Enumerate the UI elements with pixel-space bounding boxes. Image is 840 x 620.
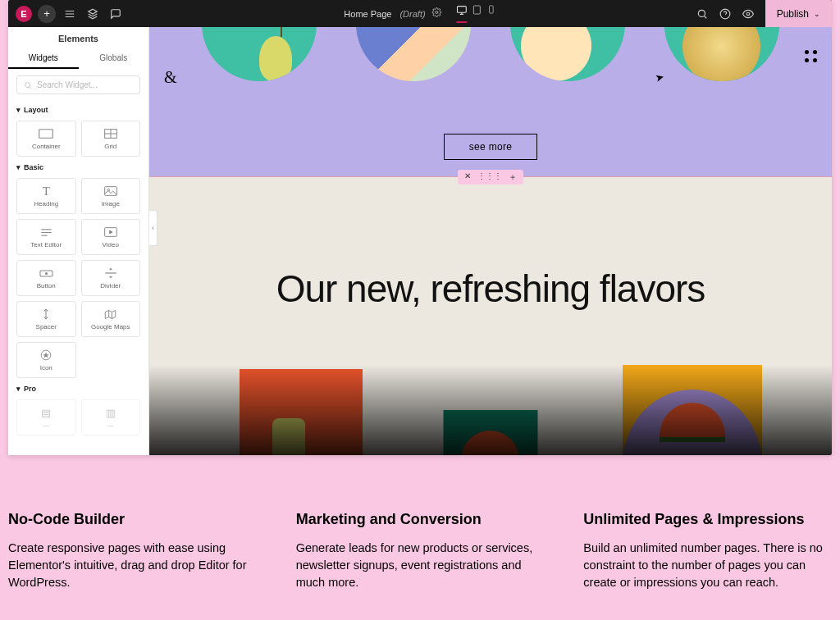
section-layout-header[interactable]: ▾ Layout [16,103,140,117]
widget-text-editor[interactable]: Text Editor [16,219,76,255]
panel-title: Elements [8,27,148,48]
panel-tabs: Widgets Globals [8,48,148,69]
fruit-image-3 [510,27,625,81]
see-more-button[interactable]: see more [444,134,537,160]
finder-search-icon[interactable] [692,3,713,25]
editor-screenshot: E + Home Page (Draft) [8,0,832,455]
search-placeholder: Search Widget... [37,80,98,89]
section-pro: ▾ Pro ▤— ▥— [8,380,148,437]
device-mobile-icon[interactable] [487,5,496,23]
search-icon [24,81,32,89]
feature-body: Generate leads for new products or servi… [296,540,545,591]
google-maps-icon [104,308,116,321]
star-icon [40,349,52,362]
svg-rect-15 [104,187,116,196]
headline-section[interactable]: Our new, refreshing flavors [149,176,832,455]
widget-google-maps[interactable]: Google Maps [81,301,141,337]
svg-rect-11 [39,130,53,139]
settings-stack-icon[interactable] [82,3,103,25]
add-widget-button[interactable]: + [36,3,57,25]
fruit-image-1 [202,27,317,81]
svg-rect-1 [458,6,467,12]
product-tile-2 [444,410,538,455]
page-status: (Draft) [399,9,425,19]
device-tablet-icon[interactable] [472,5,482,23]
menu-dots-icon[interactable] [805,50,817,62]
product-tile-1 [240,369,363,455]
feature-body: Build an unlimited number pages. There i… [583,540,832,591]
feature-body: Create responsive pages with ease using … [8,540,257,591]
grid-icon [104,128,117,140]
publish-label: Publish [777,8,809,20]
fruit-image-2 [356,27,471,81]
widget-container[interactable]: Container [16,121,76,157]
tab-globals[interactable]: Globals [79,48,149,69]
text-editor-icon [40,226,52,239]
widgets-panel: Elements Widgets Globals Search Widget..… [8,27,149,455]
image-icon [104,185,117,198]
section-basic: ▾ Basic THeading Image Text Editor Video… [8,158,148,380]
help-icon[interactable] [714,3,736,25]
widget-grid[interactable]: Grid [81,121,141,157]
publish-button[interactable]: Publish ⌄ [765,0,832,27]
video-icon [104,226,117,239]
fruit-image-4 [664,27,779,81]
svg-marker-27 [43,353,49,358]
svg-point-23 [45,272,47,274]
widget-spacer[interactable]: Spacer [16,301,76,337]
svg-point-10 [25,82,30,87]
widget-button[interactable]: Button [16,260,76,296]
product-tile-3 [623,365,762,455]
tab-widgets[interactable]: Widgets [8,48,79,69]
preview-icon[interactable] [737,3,759,25]
drag-section-icon[interactable]: ⋮⋮⋮ [477,171,502,183]
feature-title: Unlimited Pages & Impressions [583,511,832,528]
heading-icon: T [43,185,50,198]
container-icon [39,128,53,140]
section-basic-header[interactable]: ▾ Basic [16,160,140,175]
svg-rect-2 [474,6,481,14]
widget-heading[interactable]: THeading [16,178,76,214]
device-desktop-icon[interactable] [457,5,468,23]
feature-title: No-Code Builder [8,511,257,528]
feature-marketing: Marketing and Conversion Generate leads … [296,511,545,591]
page-title-area[interactable]: Home Page (Draft) [344,5,495,23]
widget-divider[interactable]: Divider [81,260,141,296]
features-row: No-Code Builder Create responsive pages … [0,455,840,591]
svg-point-9 [746,12,750,16]
collapse-panel-handle[interactable]: ‹ [149,210,158,246]
elementor-logo[interactable]: E [13,3,34,25]
widget-pro-2[interactable]: ▥— [81,399,141,435]
feature-no-code: No-Code Builder Create responsive pages … [8,511,257,591]
button-icon [39,267,53,280]
topbar-right: Publish ⌄ [692,0,832,27]
responsive-devices [457,5,496,23]
editor-body: Elements Widgets Globals Search Widget..… [8,27,832,455]
topbar-left: E + [8,3,126,25]
search-input[interactable]: Search Widget... [16,75,140,94]
section-edit-handle: ✕ ⋮⋮⋮ ＋ [458,170,523,185]
canvas[interactable]: & ➤ see more ✕ ⋮⋮⋮ ＋ Our new, refreshing… [149,27,832,455]
comments-icon[interactable] [105,3,126,25]
spacer-icon [40,308,52,321]
fruit-images-row [149,27,832,81]
headline-text: Our new, refreshing flavors [149,177,832,311]
topbar: E + Home Page (Draft) [8,0,832,27]
widget-icon[interactable]: Icon [16,342,76,378]
divider-icon [104,267,117,280]
widget-pro-1[interactable]: ▤— [16,399,76,435]
hero-section[interactable]: & ➤ see more ✕ ⋮⋮⋮ ＋ [149,27,832,176]
widget-video[interactable]: Video [81,219,141,255]
svg-point-0 [436,11,438,14]
feature-unlimited: Unlimited Pages & Impressions Build an u… [583,511,832,591]
widget-image[interactable]: Image [81,178,141,214]
svg-marker-21 [109,230,112,234]
page-settings-icon[interactable] [432,7,442,20]
feature-title: Marketing and Conversion [296,511,545,528]
add-section-icon[interactable]: ＋ [509,171,517,183]
section-pro-header[interactable]: ▾ Pro [16,381,140,396]
structure-icon[interactable] [59,3,80,25]
delete-section-icon[interactable]: ✕ [464,171,471,183]
page-title: Home Page [344,9,391,19]
svg-rect-4 [490,5,494,12]
